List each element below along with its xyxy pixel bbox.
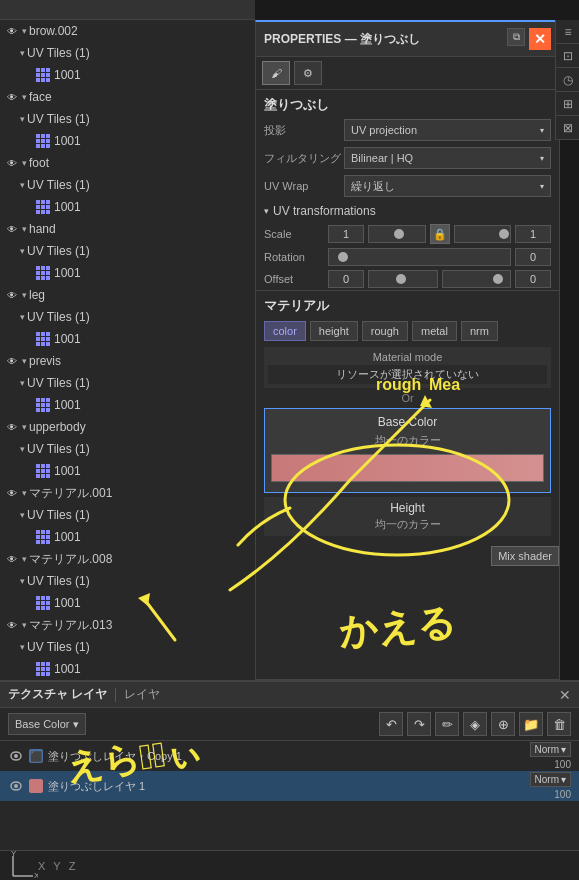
tree-item-face-uvtiles[interactable]: ▾ UV Tiles (1) [0,108,255,130]
tree-item-material013-uvtiles[interactable]: ▾ UV Tiles (1) [0,636,255,658]
tab-settings[interactable]: ⚙ [294,61,322,85]
offset-slider1[interactable] [368,270,438,288]
norm-dropdown[interactable]: Norm ▾ [530,772,571,787]
side-icon-2[interactable]: ⊡ [556,44,579,68]
tree-item-brow002-1001[interactable]: 1001 [0,64,255,86]
scale-value1[interactable]: 1 [328,225,364,243]
uvwrap-dropdown[interactable]: 繰り返し ▾ [344,175,551,197]
scale-slider1[interactable] [368,225,426,243]
grid-icon [36,464,50,478]
tree-item-upperbody-1001[interactable]: 1001 [0,460,255,482]
rotation-value[interactable]: 0 [515,248,551,266]
visibility-icon[interactable]: 👁 [4,419,20,435]
tree-item-leg-1001[interactable]: 1001 [0,328,255,350]
tree-item-hand-1001[interactable]: 1001 [0,262,255,284]
mat-btn-height[interactable]: height [310,321,358,341]
side-icon-1[interactable]: ≡ [556,20,579,44]
tree-item-leg-uvtiles[interactable]: ▾ UV Tiles (1) [0,306,255,328]
tree-item-label: UV Tiles (1) [27,574,90,588]
x-coord: X [38,860,45,872]
tree-item-previs-uvtiles[interactable]: ▾ UV Tiles (1) [0,372,255,394]
scale-slider2-handle [499,229,509,239]
rotation-slider[interactable] [328,248,511,266]
props-close-button[interactable]: ✕ [529,28,551,50]
scale-slider2[interactable] [454,225,512,243]
dropdown-arrow-icon: ▾ [540,154,544,163]
visibility-icon[interactable]: 👁 [4,551,20,567]
tree-item-brow002[interactable]: 👁 ▾ brow.002 [0,20,255,42]
lock-button[interactable]: 🔒 [430,224,450,244]
tree-item-upperbody-uvtiles[interactable]: ▾ UV Tiles (1) [0,438,255,460]
folder-button[interactable]: 📁 [519,712,543,736]
layer-visibility-icon[interactable] [8,778,24,794]
visibility-icon[interactable]: 👁 [4,287,20,303]
scale-value2[interactable]: 1 [515,225,551,243]
tree-item-face[interactable]: 👁 ▾ face [0,86,255,108]
visibility-icon[interactable]: 👁 [4,155,20,171]
mat-btn-nrm[interactable]: nrm [461,321,498,341]
texture-close-button[interactable]: ✕ [559,687,571,703]
mat-btn-metal[interactable]: metal [412,321,457,341]
tree-item-label: マテリアル.008 [29,551,112,568]
paint-button[interactable]: ✏ [435,712,459,736]
tree-item-foot[interactable]: 👁 ▾ foot [0,152,255,174]
layer-row-copy1[interactable]: ⬛ 塗りつぶしレイヤ・Copy 1 Norm ▾ 100 [0,741,579,771]
visibility-icon[interactable]: 👁 [4,221,20,237]
tree-item-material001-uvtiles[interactable]: ▾ UV Tiles (1) [0,504,255,526]
tab-paint[interactable]: 🖌 [262,61,290,85]
delete-button[interactable]: 🗑 [547,712,571,736]
tree-item-material013[interactable]: 👁 ▾ マテリアル.013 [0,614,255,636]
tree-item-face-1001[interactable]: 1001 [0,130,255,152]
offset-label: Offset [264,273,324,285]
tree-item-material001-1001[interactable]: 1001 [0,526,255,548]
visibility-icon[interactable]: 👁 [4,353,20,369]
scale-row: Scale 1 🔒 1 [256,222,559,246]
visibility-icon[interactable]: 👁 [4,23,20,39]
expand-arrow: ▾ [22,356,27,366]
toolbar-actions: ↶ ↷ ✏ ◈ ⊕ 📁 🗑 [379,712,571,736]
layer-row-1[interactable]: 塗りつぶしレイヤ 1 Norm ▾ 100 [0,771,579,801]
offset-value2[interactable]: 0 [515,270,551,288]
add-button[interactable]: ⊕ [491,712,515,736]
mat-btn-color[interactable]: color [264,321,306,341]
tree-item-hand[interactable]: 👁 ▾ hand [0,218,255,240]
norm-dropdown[interactable]: Norm ▾ [530,742,571,757]
visibility-icon[interactable]: 👁 [4,89,20,105]
redo-button[interactable]: ↷ [407,712,431,736]
or-label: Or [264,392,551,404]
tree-item-material008-1001[interactable]: 1001 [0,592,255,614]
color-swatch[interactable] [271,454,544,482]
undo-button[interactable]: ↶ [379,712,403,736]
tree-item-previs[interactable]: 👁 ▾ previs [0,350,255,372]
texture-layer-dropdown[interactable]: Base Color ▾ [8,713,86,735]
tree-item-foot-1001[interactable]: 1001 [0,196,255,218]
tree-item-previs-1001[interactable]: 1001 [0,394,255,416]
uv-transform-header[interactable]: ▾ UV transformations [256,200,559,222]
visibility-icon[interactable]: 👁 [4,617,20,633]
filtering-dropdown[interactable]: Bilinear | HQ ▾ [344,147,551,169]
texture-header-tab[interactable]: レイヤ [124,686,160,703]
tree-item-material008-uvtiles[interactable]: ▾ UV Tiles (1) [0,570,255,592]
fill-button[interactable]: ◈ [463,712,487,736]
side-icon-4[interactable]: ⊞ [556,92,579,116]
layer-visibility-icon[interactable] [8,748,24,764]
mix-shader-button[interactable]: Mix shader [491,546,559,566]
tree-item-material013-1001[interactable]: 1001 [0,658,255,680]
tree-item-hand-uvtiles[interactable]: ▾ UV Tiles (1) [0,240,255,262]
props-pin-button[interactable]: ⧉ [507,28,525,46]
mat-btn-rough[interactable]: rough [362,321,408,341]
tree-item-brow002-uvtiles[interactable]: ▾ UV Tiles (1) [0,42,255,64]
tree-item-leg[interactable]: 👁 ▾ leg [0,284,255,306]
side-icon-5[interactable]: ⊠ [556,116,579,140]
tree-item-material008[interactable]: 👁 ▾ マテリアル.008 [0,548,255,570]
visibility-icon[interactable]: 👁 [4,485,20,501]
grid-icon [36,530,50,544]
projection-dropdown[interactable]: UV projection ▾ [344,119,551,141]
tree-item-label: UV Tiles (1) [27,244,90,258]
tree-item-material001[interactable]: 👁 ▾ マテリアル.001 [0,482,255,504]
tree-item-upperbody[interactable]: 👁 ▾ upperbody [0,416,255,438]
offset-value1[interactable]: 0 [328,270,364,288]
tree-item-foot-uvtiles[interactable]: ▾ UV Tiles (1) [0,174,255,196]
side-icon-3[interactable]: ◷ [556,68,579,92]
offset-slider2[interactable] [442,270,512,288]
